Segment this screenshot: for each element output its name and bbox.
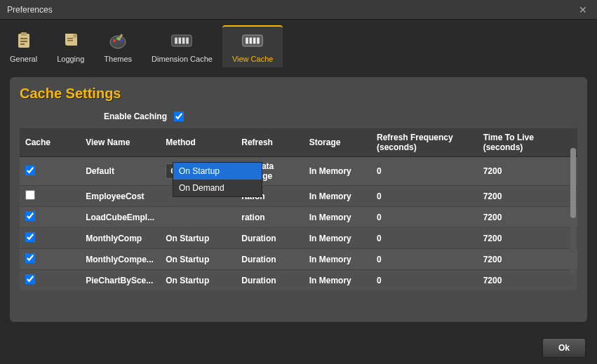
col-view[interactable]: View Name bbox=[80, 128, 160, 157]
method-dropdown: On Startup On Demand bbox=[173, 162, 262, 197]
cache-checkbox[interactable] bbox=[25, 211, 35, 221]
ok-button[interactable]: Ok bbox=[542, 338, 586, 358]
col-freq[interactable]: Refresh Frequency (seconds) bbox=[371, 128, 478, 157]
cache-chip-icon bbox=[241, 29, 264, 52]
cell-storage[interactable]: In Memory bbox=[304, 207, 371, 228]
cell-refresh[interactable]: Duration bbox=[236, 228, 304, 249]
table-row[interactable]: EmployeeCostrationIn Memory07200 bbox=[20, 186, 577, 207]
window-title: Preferences bbox=[7, 5, 576, 15]
tab-dimension-cache[interactable]: Dimension Cache bbox=[142, 25, 222, 67]
tab-general[interactable]: General bbox=[0, 25, 47, 67]
svg-rect-22 bbox=[257, 38, 260, 44]
cell-refresh[interactable]: Duration bbox=[236, 270, 304, 291]
cell-cache bbox=[20, 249, 80, 270]
tab-label: General bbox=[10, 55, 37, 63]
settings-panel: Cache Settings Enable Caching Cache View… bbox=[10, 77, 587, 322]
svg-rect-13 bbox=[172, 35, 192, 46]
tab-label: Logging bbox=[57, 55, 84, 63]
cell-freq[interactable]: 0 bbox=[371, 270, 478, 291]
tab-label: Themes bbox=[104, 55, 132, 63]
tabbar: General Logging Themes Dimension Cache V… bbox=[0, 20, 597, 67]
col-ttl[interactable]: Time To Live (seconds) bbox=[478, 128, 577, 157]
cache-checkbox[interactable] bbox=[25, 190, 35, 200]
cell-cache bbox=[20, 270, 80, 291]
cell-storage[interactable]: In Memory bbox=[304, 186, 371, 207]
table-row[interactable]: LoadCubeEmpl...rationIn Memory07200 bbox=[20, 207, 577, 228]
cell-view-name: MonthlyCompe... bbox=[80, 249, 160, 270]
svg-rect-7 bbox=[67, 40, 73, 41]
col-refresh[interactable]: Refresh bbox=[236, 128, 304, 157]
cell-cache bbox=[20, 186, 80, 207]
scroll-icon bbox=[60, 29, 82, 52]
cell-ttl[interactable]: 7200 bbox=[478, 207, 577, 228]
table-header-row: Cache View Name Method Refresh Storage R… bbox=[20, 128, 577, 157]
dropdown-item-on-startup[interactable]: On Startup bbox=[173, 163, 262, 180]
cell-storage[interactable]: In Memory bbox=[304, 157, 371, 186]
cell-method[interactable] bbox=[160, 207, 236, 228]
cell-ttl[interactable]: 7200 bbox=[478, 228, 577, 249]
cell-ttl[interactable]: 7200 bbox=[478, 249, 577, 270]
table-row[interactable]: MonthlyCompOn StartupDurationIn Memory07… bbox=[20, 228, 577, 249]
enable-caching-label: Enable Caching bbox=[104, 112, 167, 121]
svg-rect-20 bbox=[250, 38, 253, 44]
cell-refresh[interactable]: Duration bbox=[236, 249, 304, 270]
cell-freq[interactable]: 0 bbox=[371, 186, 478, 207]
cache-checkbox[interactable] bbox=[25, 274, 35, 284]
tab-logging[interactable]: Logging bbox=[47, 25, 94, 67]
col-method[interactable]: Method bbox=[160, 128, 236, 157]
cell-ttl[interactable]: 7200 bbox=[478, 186, 577, 207]
svg-point-11 bbox=[120, 39, 123, 42]
cell-freq[interactable]: 0 bbox=[371, 207, 478, 228]
table-row[interactable]: MonthlyCompe...On StartupDurationIn Memo… bbox=[20, 249, 577, 270]
cell-view-name: MonthlyComp bbox=[80, 228, 160, 249]
scrollbar[interactable] bbox=[570, 148, 576, 274]
tab-view-cache[interactable]: View Cache bbox=[222, 25, 283, 67]
cell-ttl[interactable]: 7200 bbox=[478, 270, 577, 291]
cache-table-wrap: Cache View Name Method Refresh Storage R… bbox=[20, 128, 577, 290]
enable-caching-checkbox[interactable] bbox=[174, 112, 184, 121]
cell-refresh[interactable]: ration bbox=[236, 207, 304, 228]
svg-rect-15 bbox=[179, 38, 182, 44]
cell-cache bbox=[20, 228, 80, 249]
footer: Ok bbox=[0, 332, 597, 364]
tab-themes[interactable]: Themes bbox=[94, 25, 142, 67]
svg-rect-4 bbox=[20, 43, 25, 45]
table-row[interactable]: PieChartBySce...On StartupDurationIn Mem… bbox=[20, 270, 577, 291]
cell-storage[interactable]: In Memory bbox=[304, 270, 371, 291]
preferences-window: Preferences ✕ General Logging Themes D bbox=[0, 0, 597, 364]
cell-storage[interactable]: In Memory bbox=[304, 228, 371, 249]
cell-cache bbox=[20, 207, 80, 228]
palette-icon bbox=[107, 29, 129, 52]
cell-freq[interactable]: 0 bbox=[371, 249, 478, 270]
svg-point-5 bbox=[73, 34, 77, 38]
close-icon[interactable]: ✕ bbox=[576, 4, 590, 15]
cell-cache bbox=[20, 157, 80, 186]
cell-view-name: PieChartBySce... bbox=[80, 270, 160, 291]
cell-method[interactable]: On Startup bbox=[160, 228, 236, 249]
svg-rect-6 bbox=[67, 38, 73, 39]
tab-label: Dimension Cache bbox=[152, 55, 213, 63]
col-storage[interactable]: Storage bbox=[304, 128, 371, 157]
svg-rect-21 bbox=[253, 38, 256, 44]
cache-checkbox[interactable] bbox=[25, 166, 35, 175]
svg-rect-2 bbox=[20, 38, 27, 39]
cache-checkbox[interactable] bbox=[25, 253, 35, 263]
svg-rect-17 bbox=[187, 38, 189, 44]
table-row[interactable]: DefaultOn Startup▾On Data ChangeIn Memor… bbox=[20, 157, 577, 186]
cache-table: Cache View Name Method Refresh Storage R… bbox=[20, 128, 577, 290]
cell-freq[interactable]: 0 bbox=[371, 157, 478, 186]
scroll-thumb[interactable] bbox=[570, 148, 576, 218]
cache-checkbox[interactable] bbox=[25, 232, 35, 242]
cell-freq[interactable]: 0 bbox=[371, 228, 478, 249]
cell-method[interactable]: On Startup bbox=[160, 249, 236, 270]
svg-rect-3 bbox=[20, 41, 27, 42]
col-cache[interactable]: Cache bbox=[20, 128, 80, 157]
svg-rect-16 bbox=[182, 38, 185, 44]
cell-ttl[interactable]: 7200 bbox=[478, 157, 577, 186]
svg-rect-19 bbox=[246, 38, 248, 44]
cell-storage[interactable]: In Memory bbox=[304, 249, 371, 270]
svg-rect-1 bbox=[21, 32, 27, 36]
cell-view-name: EmployeeCost bbox=[80, 186, 160, 207]
dropdown-item-on-demand[interactable]: On Demand bbox=[173, 180, 262, 196]
cell-method[interactable]: On Startup bbox=[160, 270, 236, 291]
